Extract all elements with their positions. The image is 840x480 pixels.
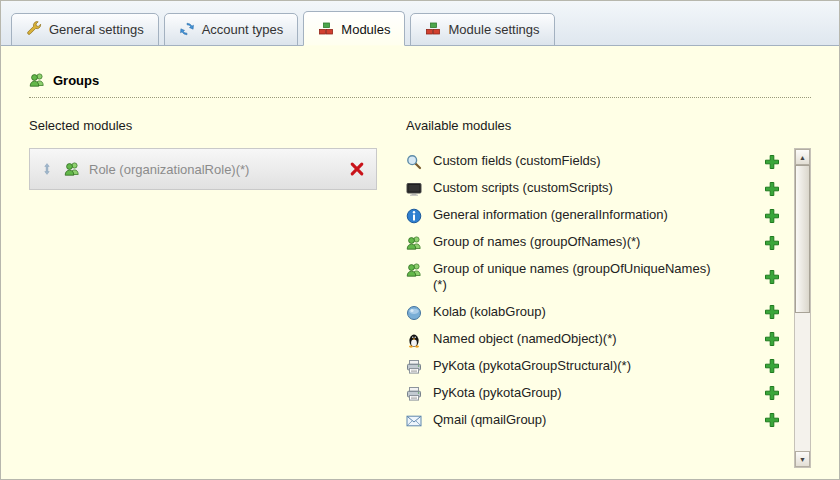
section-title-text: Groups bbox=[53, 73, 99, 88]
add-module-button[interactable] bbox=[764, 269, 780, 285]
tab-label: Account types bbox=[202, 22, 284, 37]
printer-icon bbox=[406, 359, 422, 375]
tab-account-types[interactable]: Account types bbox=[164, 13, 299, 46]
add-module-button[interactable] bbox=[764, 304, 780, 320]
mail-icon bbox=[406, 413, 422, 429]
add-module-button[interactable] bbox=[764, 385, 780, 401]
info-icon bbox=[406, 208, 422, 224]
available-module-row: Named object (namedObject)(*) bbox=[406, 326, 794, 353]
add-module-button[interactable] bbox=[764, 412, 780, 428]
drag-handle-icon[interactable] bbox=[41, 162, 53, 176]
available-module-row: Kolab (kolabGroup) bbox=[406, 299, 794, 326]
scrollbar[interactable]: ▲ ▼ bbox=[794, 148, 811, 468]
module-label: Group of names (groupOfNames)(*) bbox=[433, 234, 640, 250]
selected-modules-column: Selected modules Role (organizationalRol… bbox=[29, 118, 406, 468]
add-module-button[interactable] bbox=[764, 154, 780, 170]
tab-general-settings[interactable]: General settings bbox=[11, 13, 159, 46]
scrollbar-thumb[interactable] bbox=[795, 165, 810, 313]
printer-icon bbox=[406, 386, 422, 402]
magnifier-icon bbox=[406, 154, 422, 170]
sync-icon bbox=[179, 21, 195, 37]
module-label: General information (generalInformation) bbox=[433, 207, 668, 223]
modules-blocks-icon bbox=[425, 21, 441, 37]
module-label: Custom fields (customFields) bbox=[433, 153, 601, 169]
add-module-button[interactable] bbox=[764, 208, 780, 224]
group-icon bbox=[406, 235, 422, 251]
add-module-button[interactable] bbox=[764, 181, 780, 197]
lam-configuration-page: General settings Account types Modules M… bbox=[0, 0, 840, 480]
available-module-row: Custom fields (customFields) bbox=[406, 148, 794, 175]
groups-section-heading: Groups bbox=[29, 72, 811, 98]
available-module-row: PyKota (pykotaGroupStructural)(*) bbox=[406, 353, 794, 380]
selected-module-row[interactable]: Role (organizationalRole)(*) bbox=[29, 148, 377, 190]
tux-icon bbox=[406, 332, 422, 348]
modules-tab-content: Groups Selected modules Role (organizati… bbox=[1, 46, 839, 468]
available-module-row: PyKota (pykotaGroup) bbox=[406, 380, 794, 407]
module-label: PyKota (pykotaGroup) bbox=[433, 385, 562, 401]
group-icon bbox=[29, 72, 45, 88]
modules-blocks-icon bbox=[318, 21, 334, 37]
available-module-row: Group of names (groupOfNames)(*) bbox=[406, 229, 794, 256]
tab-modules[interactable]: Modules bbox=[303, 11, 405, 46]
tab-label: General settings bbox=[49, 22, 144, 37]
available-modules-column: Available modules Custom fields (customF… bbox=[406, 118, 811, 468]
modules-columns: Selected modules Role (organizationalRol… bbox=[29, 118, 811, 468]
kolab-icon bbox=[406, 305, 422, 321]
wrench-icon bbox=[26, 21, 42, 37]
selected-module-label: Role (organizationalRole)(*) bbox=[89, 162, 349, 177]
module-label: PyKota (pykotaGroupStructural)(*) bbox=[433, 358, 631, 374]
tab-module-settings[interactable]: Module settings bbox=[410, 13, 554, 46]
scroll-down-button[interactable]: ▼ bbox=[795, 451, 810, 467]
module-label: Custom scripts (customScripts) bbox=[433, 180, 613, 196]
selected-modules-heading: Selected modules bbox=[29, 118, 406, 133]
add-module-button[interactable] bbox=[764, 358, 780, 374]
tab-label: Module settings bbox=[448, 22, 539, 37]
add-module-button[interactable] bbox=[764, 331, 780, 347]
tab-label: Modules bbox=[341, 22, 390, 37]
available-module-row: Group of unique names (groupOfUniqueName… bbox=[406, 256, 794, 299]
scroll-up-button[interactable]: ▲ bbox=[795, 149, 810, 165]
available-module-row: Custom scripts (customScripts) bbox=[406, 175, 794, 202]
available-module-row: General information (generalInformation) bbox=[406, 202, 794, 229]
available-module-row: Qmail (qmailGroup) bbox=[406, 407, 794, 434]
module-label: Qmail (qmailGroup) bbox=[433, 412, 546, 428]
available-modules-heading: Available modules bbox=[406, 118, 811, 133]
module-label: Group of unique names (groupOfUniqueName… bbox=[433, 261, 718, 294]
terminal-icon bbox=[406, 181, 422, 197]
remove-module-button[interactable] bbox=[349, 161, 365, 177]
module-label: Named object (namedObject)(*) bbox=[433, 331, 617, 347]
group-icon bbox=[406, 262, 422, 278]
available-modules-list: Custom fields (customFields) Custom scri… bbox=[406, 148, 811, 468]
add-module-button[interactable] bbox=[764, 235, 780, 251]
module-label: Kolab (kolabGroup) bbox=[433, 304, 546, 320]
group-icon bbox=[64, 161, 80, 177]
tab-bar: General settings Account types Modules M… bbox=[1, 1, 839, 46]
